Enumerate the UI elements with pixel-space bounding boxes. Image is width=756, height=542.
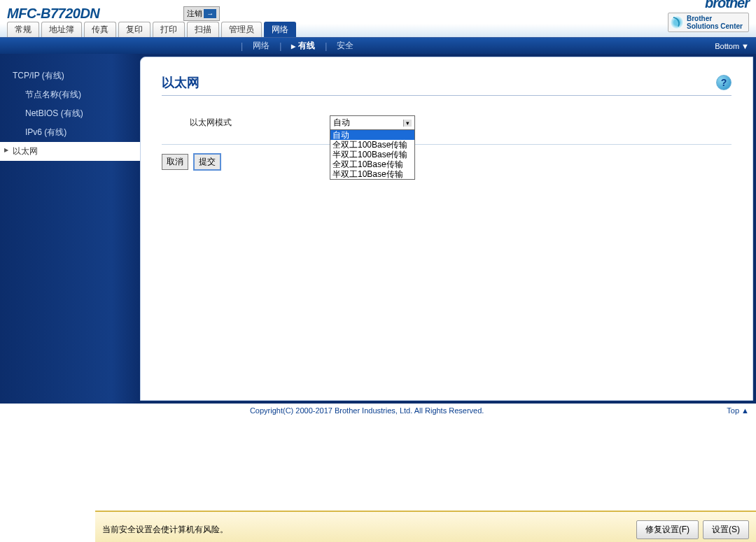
subnav-network[interactable]: 网络 [253,40,270,52]
tab-网络[interactable]: 网络 [264,22,296,37]
tab-常规[interactable]: 常规 [7,22,39,37]
page-title-row: 以太网 ? [162,74,732,96]
model-name: MFC-B7720DN [7,6,99,22]
solutions-center-button[interactable]: BrotherSolutions Center [668,13,749,32]
sidebar-item[interactable]: TCP/IP (有线) [0,66,140,85]
option-item[interactable]: 半双工100Base传输 [330,150,414,159]
tab-打印[interactable]: 打印 [153,22,185,37]
tab-复印[interactable]: 复印 [118,22,150,37]
tab-扫描[interactable]: 扫描 [187,22,219,37]
option-item[interactable]: 半双工10Base传输 [330,169,414,179]
cancel-button[interactable]: 取消 [162,154,188,170]
bottom-link[interactable]: Bottom ▼ [715,42,749,50]
body-area: TCP/IP (有线)节点名称(有线)NetBIOS (有线)IPv6 (有线)… [0,54,756,404]
tab-传真[interactable]: 传真 [84,22,116,37]
brand-logo: brother [705,0,749,11]
options-dropdown: 自动全双工100Base传输半双工100Base传输全双工10Base传输半双工… [330,129,415,180]
footer: Copyright(C) 2000-2017 Brother Industrie… [0,404,756,418]
option-item[interactable]: 全双工100Base传输 [330,140,414,150]
sidebar-item[interactable]: NetBIOS (有线) [0,104,140,123]
submit-button[interactable]: 提交 [193,153,221,171]
logout-label: 注销 [187,8,202,19]
option-item[interactable]: 全双工10Base传输 [330,159,414,169]
tab-地址簿[interactable]: 地址簿 [41,22,82,37]
solutions-label: BrotherSolutions Center [687,15,743,30]
action-buttons: 取消 提交 [162,153,732,171]
header-bar: MFC-B7720DN 注销 → brother BrotherSolution… [0,0,756,24]
logout-button[interactable]: 注销 → [183,6,220,21]
copyright: Copyright(C) 2000-2017 Brother Industrie… [7,406,727,415]
top-link[interactable]: Top ▲ [727,406,749,415]
brand-area: brother BrotherSolutions Center [668,0,749,32]
subnav-security[interactable]: 安全 [337,40,354,52]
divider [162,144,732,145]
content-panel: 以太网 ? 以太网模式 自动 ▾ 自动全双工100Base传输半双工100Bas… [140,57,753,401]
ethernet-mode-label: 以太网模式 [190,117,330,129]
ethernet-mode-row: 以太网模式 自动 ▾ 自动全双工100Base传输半双工100Base传输全双工… [190,115,732,130]
main-tab-row: 常规地址簿传真复印打印扫描管理员网络 [0,24,756,38]
help-icon[interactable]: ? [716,75,732,90]
subnav-wired[interactable]: 有线 [291,40,315,52]
option-item[interactable]: 自动 [330,130,414,140]
ethernet-mode-select[interactable]: 自动 ▾ 自动全双工100Base传输半双工100Base传输全双工10Base… [330,115,415,130]
tab-管理员[interactable]: 管理员 [221,22,262,37]
sidebar-item[interactable]: 以太网 [0,142,140,161]
sidebar: TCP/IP (有线)节点名称(有线)NetBIOS (有线)IPv6 (有线)… [0,54,140,404]
chevron-down-icon: ▾ [403,120,412,127]
solutions-icon [670,15,684,29]
logout-arrow-icon: → [204,9,216,18]
select-value: 自动 [333,117,350,129]
page-title: 以太网 [162,74,200,91]
sidebar-item[interactable]: 节点名称(有线) [0,85,140,104]
sub-nav: | 网络 | 有线 | 安全 Bottom ▼ [0,38,756,54]
sidebar-item[interactable]: IPv6 (有线) [0,123,140,142]
